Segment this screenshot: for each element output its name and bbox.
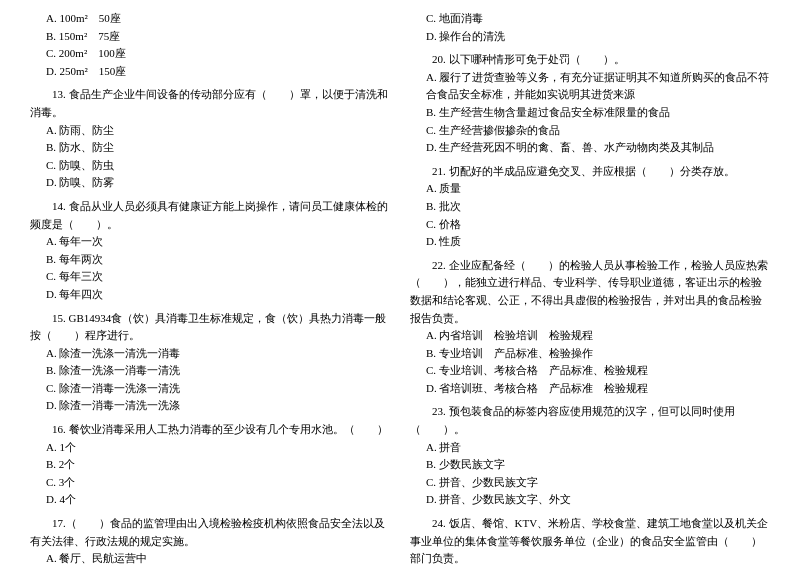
option: D. 性质 (426, 233, 770, 251)
option: A. 1个 (46, 439, 390, 457)
option: A. 内省培训 检验培训 检验规程 (426, 327, 770, 345)
option: B. 防水、防尘 (46, 139, 390, 157)
question-block: 24. 饭店、餐馆、KTV、米粉店、学校食堂、建筑工地食堂以及机关企事业单位的集… (410, 515, 770, 565)
option: C. 地面消毒 (426, 10, 770, 28)
question-block: 20. 以下哪种情形可免于处罚（ ）。 A. 履行了进货查验等义务，有充分证据证… (410, 51, 770, 157)
option: B. 批次 (426, 198, 770, 216)
option: A. 每年一次 (46, 233, 390, 251)
option: D. 除渣一消毒一清洗一洗涤 (46, 397, 390, 415)
option: C. 生产经营掺假掺杂的食品 (426, 122, 770, 140)
question-block: 13. 食品生产企业牛间设备的传动部分应有（ ）罩，以便于清洗和消毒。 A. 防… (30, 86, 390, 192)
option: D. 操作台的清洗 (426, 28, 770, 46)
option: C. 防嗅、防虫 (46, 157, 390, 175)
option: C. 价格 (426, 216, 770, 234)
option: C. 除渣一消毒一洗涤一清洗 (46, 380, 390, 398)
option: B. 150m² 75座 (46, 28, 390, 46)
option: D. 每年四次 (46, 286, 390, 304)
option: B. 专业培训 产品标准、检验操作 (426, 345, 770, 363)
columns: A. 100m² 50座 B. 150m² 75座 C. 200m² 100座 … (30, 10, 770, 565)
option: B. 除渣一洗涤一消毒一清洗 (46, 362, 390, 380)
page-content: A. 100m² 50座 B. 150m² 75座 C. 200m² 100座 … (30, 10, 770, 565)
option: B. 每年两次 (46, 251, 390, 269)
option: A. 履行了进货查验等义务，有充分证据证明其不知道所购买的食品不符合食品安全标准… (426, 69, 770, 104)
option: C. 200m² 100座 (46, 45, 390, 63)
option: A. 防雨、防尘 (46, 122, 390, 140)
question-text: 14. 食品从业人员必须具有健康证方能上岗操作，请问员工健康体检的频度是（ ）。 (30, 198, 390, 233)
question-block: 17.（ ）食品的监管理由出入境检验检疫机构依照食品安全法以及有关法律、行政法规… (30, 515, 390, 565)
right-column: C. 地面消毒 D. 操作台的清洗 20. 以下哪种情形可免于处罚（ ）。 A.… (410, 10, 770, 565)
left-column: A. 100m² 50座 B. 150m² 75座 C. 200m² 100座 … (30, 10, 390, 565)
option: A. 除渣一洗涤一清洗一消毒 (46, 345, 390, 363)
option: B. 2个 (46, 456, 390, 474)
question-text: 15. GB14934食（饮）具消毒卫生标准规定，食（饮）具热力消毒一般按（ ）… (30, 310, 390, 345)
option: B. 少数民族文字 (426, 456, 770, 474)
option: D. 生产经营死因不明的禽、畜、兽、水产动物肉类及其制品 (426, 139, 770, 157)
question-block: A. 100m² 50座 B. 150m² 75座 C. 200m² 100座 … (30, 10, 390, 80)
question-text: 22. 企业应配备经（ ）的检验人员从事检验工作，检验人员应热索（ ），能独立进… (410, 257, 770, 327)
question-text: 16. 餐饮业消毒采用人工热力消毒的至少设有几个专用水池。（ ） (30, 421, 390, 439)
option: B. 生产经营生物含量超过食品安全标准限量的食品 (426, 104, 770, 122)
option: C. 每年三次 (46, 268, 390, 286)
question-text: 17.（ ）食品的监管理由出入境检验检疫机构依照食品安全法以及有关法律、行政法规… (30, 515, 390, 550)
question-block: 22. 企业应配备经（ ）的检验人员从事检验工作，检验人员应热索（ ），能独立进… (410, 257, 770, 398)
option: A. 餐厅、民航运营中 (46, 550, 390, 565)
question-block: 23. 预包装食品的标签内容应使用规范的汉字，但可以同时使用（ ）。 A. 拼音… (410, 403, 770, 509)
option: D. 防嗅、防雾 (46, 174, 390, 192)
option: C. 专业培训、考核合格 产品标准、检验规程 (426, 362, 770, 380)
option: C. 3个 (46, 474, 390, 492)
option: D. 4个 (46, 491, 390, 509)
option: D. 250m² 150座 (46, 63, 390, 81)
question-block: 21. 切配好的半成品应避免交叉、并应根据（ ）分类存放。 A. 质量 B. 批… (410, 163, 770, 251)
question-text: 23. 预包装食品的标签内容应使用规范的汉字，但可以同时使用（ ）。 (410, 403, 770, 438)
question-text: 20. 以下哪种情形可免于处罚（ ）。 (410, 51, 770, 69)
question-block: 16. 餐饮业消毒采用人工热力消毒的至少设有几个专用水池。（ ） A. 1个 B… (30, 421, 390, 509)
question-text: 13. 食品生产企业牛间设备的传动部分应有（ ）罩，以便于清洗和消毒。 (30, 86, 390, 121)
option: A. 拼音 (426, 439, 770, 457)
option: A. 100m² 50座 (46, 10, 390, 28)
option: C. 拼音、少数民族文字 (426, 474, 770, 492)
question-block: 14. 食品从业人员必须具有健康证方能上岗操作，请问员工健康体检的频度是（ ）。… (30, 198, 390, 304)
option: A. 质量 (426, 180, 770, 198)
question-text: 24. 饭店、餐馆、KTV、米粉店、学校食堂、建筑工地食堂以及机关企事业单位的集… (410, 515, 770, 565)
option: D. 拼音、少数民族文字、外文 (426, 491, 770, 509)
question-block: 15. GB14934食（饮）具消毒卫生标准规定，食（饮）具热力消毒一般按（ ）… (30, 310, 390, 416)
question-text: 21. 切配好的半成品应避免交叉、并应根据（ ）分类存放。 (410, 163, 770, 181)
question-block: C. 地面消毒 D. 操作台的清洗 (410, 10, 770, 45)
option: D. 省培训班、考核合格 产品标准 检验规程 (426, 380, 770, 398)
